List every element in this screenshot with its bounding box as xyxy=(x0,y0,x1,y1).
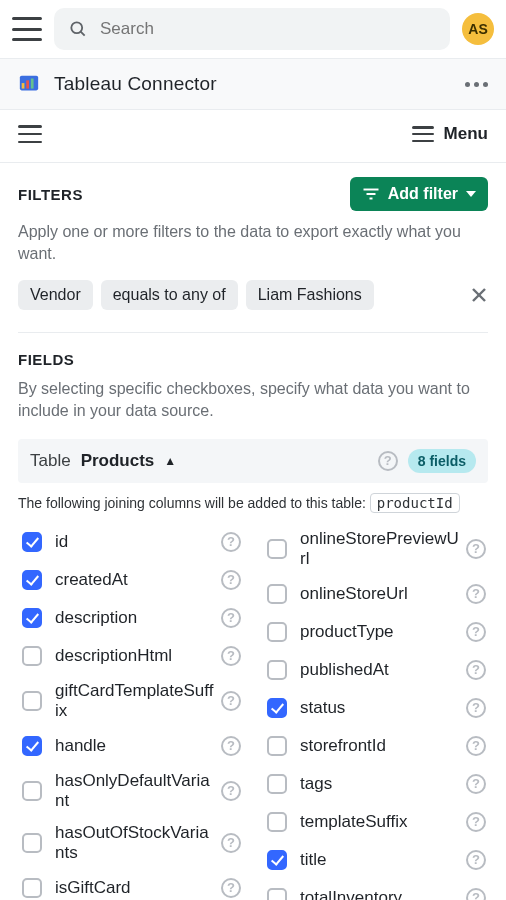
field-row: descriptionHtml? xyxy=(18,637,243,675)
join-note-prefix: The following joining columns will be ad… xyxy=(18,495,370,511)
svg-marker-9 xyxy=(466,191,476,197)
app-bar: Tableau Connector xyxy=(0,58,506,110)
close-icon[interactable] xyxy=(470,286,488,304)
field-checkbox[interactable] xyxy=(267,584,287,604)
global-topbar: AS xyxy=(0,0,506,58)
field-checkbox[interactable] xyxy=(267,698,287,718)
field-row: tags? xyxy=(263,765,488,803)
help-icon[interactable]: ? xyxy=(221,570,241,590)
field-label: tags xyxy=(300,774,488,794)
help-icon[interactable]: ? xyxy=(221,532,241,552)
field-label: hasOnlyDefaultVariant xyxy=(55,771,243,811)
field-label: onlineStorePreviewUrl xyxy=(300,529,488,569)
menu-button[interactable]: Menu xyxy=(412,124,488,144)
field-checkbox[interactable] xyxy=(267,850,287,870)
help-icon[interactable]: ? xyxy=(466,774,486,794)
sub-bar: Menu xyxy=(0,110,506,163)
help-icon[interactable]: ? xyxy=(466,812,486,832)
field-checkbox[interactable] xyxy=(22,608,42,628)
field-row: description? xyxy=(18,599,243,637)
field-row: storefrontId? xyxy=(263,727,488,765)
menu-button-label: Menu xyxy=(444,124,488,144)
field-label: createdAt xyxy=(55,570,243,590)
field-checkbox[interactable] xyxy=(267,622,287,642)
search-input-container[interactable] xyxy=(54,8,450,50)
field-checkbox[interactable] xyxy=(267,774,287,794)
chip-operator[interactable]: equals to any of xyxy=(101,280,238,310)
search-icon xyxy=(68,19,88,39)
field-row: publishedAt? xyxy=(263,651,488,689)
field-checkbox[interactable] xyxy=(22,833,42,853)
add-filter-label: Add filter xyxy=(388,185,458,203)
page-menu-icon[interactable] xyxy=(18,125,42,143)
help-icon[interactable]: ? xyxy=(221,833,241,853)
field-checkbox[interactable] xyxy=(22,570,42,590)
svg-rect-5 xyxy=(31,79,34,89)
help-icon[interactable]: ? xyxy=(221,646,241,666)
field-row: onlineStoreUrl? xyxy=(263,575,488,613)
global-menu-icon[interactable] xyxy=(12,17,42,41)
field-label: status xyxy=(300,698,488,718)
app-title: Tableau Connector xyxy=(54,73,217,95)
field-row: hasOnlyDefaultVariant? xyxy=(18,765,243,817)
filter-icon xyxy=(362,187,380,201)
help-icon[interactable]: ? xyxy=(466,698,486,718)
field-checkbox[interactable] xyxy=(267,812,287,832)
field-row: productType? xyxy=(263,613,488,651)
field-label: id xyxy=(55,532,243,552)
field-label: description xyxy=(55,608,243,628)
field-row: status? xyxy=(263,689,488,727)
avatar[interactable]: AS xyxy=(462,13,494,45)
chip-value[interactable]: Liam Fashions xyxy=(246,280,374,310)
help-icon[interactable]: ? xyxy=(221,608,241,628)
field-label: descriptionHtml xyxy=(55,646,243,666)
field-checkbox[interactable] xyxy=(267,736,287,756)
field-row: handle? xyxy=(18,727,243,765)
field-row: isGiftCard? xyxy=(18,869,243,900)
fields-heading: FIELDS xyxy=(18,351,74,368)
field-row: onlineStorePreviewUrl? xyxy=(263,523,488,575)
field-label: hasOutOfStockVariants xyxy=(55,823,243,863)
field-row: createdAt? xyxy=(18,561,243,599)
field-row: totalInventory? xyxy=(263,879,488,900)
field-label: isGiftCard xyxy=(55,878,243,898)
filters-heading: FILTERS xyxy=(18,186,83,203)
field-checkbox[interactable] xyxy=(22,878,42,898)
help-icon[interactable]: ? xyxy=(466,622,486,642)
field-checkbox[interactable] xyxy=(267,660,287,680)
table-selector-row[interactable]: Table Products ▲ ? 8 fields xyxy=(18,439,488,483)
help-icon[interactable]: ? xyxy=(221,878,241,898)
field-checkbox[interactable] xyxy=(267,539,287,559)
fields-grid: id?createdAt?description?descriptionHtml… xyxy=(18,523,488,900)
field-label: handle xyxy=(55,736,243,756)
filters-section: FILTERS Add filter Apply one or more fil… xyxy=(0,163,506,333)
help-icon[interactable]: ? xyxy=(466,539,486,559)
help-icon[interactable]: ? xyxy=(466,660,486,680)
help-icon[interactable]: ? xyxy=(466,584,486,604)
chip-field[interactable]: Vendor xyxy=(18,280,93,310)
fields-section: FIELDS By selecting specific checkboxes,… xyxy=(0,333,506,900)
field-row: hasOutOfStockVariants? xyxy=(18,817,243,869)
tableau-app-icon xyxy=(18,73,40,95)
help-icon[interactable]: ? xyxy=(221,781,241,801)
field-checkbox[interactable] xyxy=(22,736,42,756)
field-row: giftCardTemplateSuffix? xyxy=(18,675,243,727)
help-icon[interactable]: ? xyxy=(466,736,486,756)
field-checkbox[interactable] xyxy=(22,781,42,801)
field-checkbox[interactable] xyxy=(22,691,42,711)
field-checkbox[interactable] xyxy=(22,646,42,666)
search-input[interactable] xyxy=(98,18,436,40)
filter-chips-row: Vendor equals to any of Liam Fashions xyxy=(18,280,488,310)
table-label: Table xyxy=(30,451,71,471)
help-icon[interactable]: ? xyxy=(221,691,241,711)
help-icon[interactable]: ? xyxy=(378,451,398,471)
filters-description: Apply one or more filters to the data to… xyxy=(18,221,488,266)
add-filter-button[interactable]: Add filter xyxy=(350,177,488,211)
more-icon[interactable] xyxy=(465,82,488,87)
field-checkbox[interactable] xyxy=(267,888,287,900)
fields-description: By selecting specific checkboxes, specif… xyxy=(18,378,488,423)
help-icon[interactable]: ? xyxy=(466,850,486,870)
help-icon[interactable]: ? xyxy=(221,736,241,756)
join-column-code: productId xyxy=(370,493,460,513)
field-checkbox[interactable] xyxy=(22,532,42,552)
